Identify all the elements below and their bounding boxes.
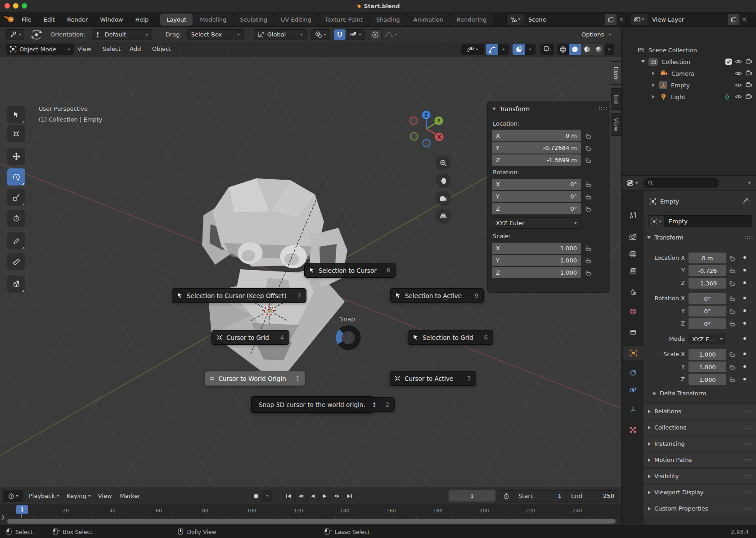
pie-item-selection-to-cursor[interactable]: Selection to Cursor 8: [304, 263, 396, 278]
animate-dot[interactable]: [743, 256, 746, 259]
jump-to-start-button[interactable]: [283, 490, 295, 502]
prop-location-y[interactable]: -0.726: [688, 265, 726, 276]
shading-solid-button[interactable]: [569, 44, 581, 55]
lock-icon[interactable]: [729, 351, 735, 357]
panel-grip-icon[interactable]: [598, 107, 607, 110]
tab-physics[interactable]: [623, 383, 643, 397]
timeline-menu-marker[interactable]: Marker: [120, 493, 140, 499]
tool-measure[interactable]: [7, 253, 25, 270]
animate-dot[interactable]: [743, 353, 746, 355]
timeline-menu-playback[interactable]: Playback: [29, 493, 59, 499]
shading-material-button[interactable]: [581, 44, 593, 55]
render-visibility-icon[interactable]: [745, 70, 752, 77]
object-visibility-dropdown[interactable]: [461, 44, 484, 55]
tab-collection[interactable]: [623, 325, 643, 339]
xray-toggle-button[interactable]: [540, 44, 554, 55]
panel-collections[interactable]: Collections: [644, 420, 756, 435]
overlays-dropdown[interactable]: [513, 44, 536, 55]
rotation-y-field[interactable]: Y0°: [492, 191, 581, 202]
prop-scale-y[interactable]: 1.000: [688, 362, 726, 372]
tab-world[interactable]: [623, 304, 643, 319]
render-visibility-icon[interactable]: [745, 58, 752, 65]
animate-dot[interactable]: [743, 309, 746, 312]
lock-icon[interactable]: [585, 194, 591, 200]
ortho-toggle-button[interactable]: [436, 208, 451, 224]
overlays-toggle-icon[interactable]: [513, 44, 525, 55]
menu-window[interactable]: Window: [99, 16, 124, 23]
render-visibility-icon[interactable]: [745, 81, 752, 89]
light-data-icon[interactable]: [725, 94, 732, 100]
panel-instancing[interactable]: Instancing: [644, 436, 756, 451]
hide-eye-icon[interactable]: [735, 93, 742, 100]
lock-icon[interactable]: [729, 321, 735, 327]
pie-item-selection-to-active[interactable]: Selection to Active 9: [390, 288, 484, 303]
tab-render[interactable]: [623, 230, 643, 244]
timeline-scrollbar[interactable]: [7, 519, 616, 524]
jump-to-end-button[interactable]: [343, 490, 356, 502]
tool-add-cube[interactable]: [7, 276, 25, 293]
prop-scale-x[interactable]: 1.000: [688, 349, 726, 360]
scale-z-field[interactable]: Z1.000: [492, 267, 581, 278]
timeline-ruler[interactable]: 20 40 60 80 100 120 140 160 180 200 220 …: [0, 504, 621, 518]
sidebar-tab-view[interactable]: View: [611, 113, 621, 136]
workspace-tab-sculpting[interactable]: Sculpting: [234, 14, 274, 26]
workspace-tab-layout[interactable]: Layout: [160, 14, 193, 26]
tab-view-layer[interactable]: [623, 264, 643, 278]
options-dropdown[interactable]: Options: [577, 29, 615, 40]
viewport-menu-view[interactable]: View: [77, 45, 91, 52]
location-x-field[interactable]: X0 m: [492, 130, 581, 141]
panel-custom-properties[interactable]: Custom Properties: [644, 501, 756, 516]
orientation-dropdown[interactable]: Default: [92, 29, 152, 40]
animate-dot[interactable]: [743, 281, 746, 284]
scene-datablock-icon[interactable]: [507, 14, 524, 25]
prop-scale-z[interactable]: 1.000: [688, 374, 726, 385]
animate-dot[interactable]: [743, 365, 746, 368]
maximize-window-button[interactable]: [22, 3, 27, 9]
play-reverse-button[interactable]: [307, 490, 319, 502]
proportional-editing-button[interactable]: [369, 29, 382, 40]
editor-divider-vertical[interactable]: [621, 27, 622, 525]
lock-icon[interactable]: [729, 280, 735, 286]
snap-to-dropdown[interactable]: [346, 29, 365, 40]
blender-logo-icon[interactable]: [4, 15, 15, 24]
hide-eye-icon[interactable]: [735, 81, 742, 89]
tab-output[interactable]: [623, 247, 643, 261]
tool-gizmo-icon[interactable]: [31, 30, 42, 40]
view-layer-remove-button[interactable]: ✕: [739, 14, 749, 25]
lock-icon[interactable]: [729, 308, 735, 314]
next-keyframe-button[interactable]: [331, 490, 343, 502]
view-layer-name[interactable]: View Layer: [648, 16, 728, 23]
properties-options-dropdown[interactable]: [748, 182, 751, 184]
minimize-window-button[interactable]: [13, 3, 18, 9]
pie-item-selection-to-cursor-keep-offset[interactable]: Selection to Cursor (Keep Offset) 7: [172, 288, 306, 303]
transform-collapse-icon[interactable]: [492, 108, 496, 110]
tool-select-box[interactable]: [7, 106, 25, 123]
auto-keying-button[interactable]: [250, 490, 262, 502]
scale-x-field[interactable]: X1.000: [492, 243, 581, 254]
hide-eye-icon[interactable]: [735, 70, 742, 77]
panel-motion-paths[interactable]: Motion Paths: [644, 452, 756, 467]
properties-editor-type-dropdown[interactable]: [627, 180, 638, 186]
timeline-expand-chevron[interactable]: ❯: [1, 514, 5, 520]
tool-scale[interactable]: [7, 189, 25, 206]
lock-icon[interactable]: [729, 255, 735, 261]
lock-icon[interactable]: [585, 206, 591, 212]
prop-rotation-mode-dropdown[interactable]: XYZ E...: [688, 334, 726, 344]
lock-icon[interactable]: [585, 258, 591, 264]
shading-wireframe-button[interactable]: [557, 44, 569, 55]
lock-icon[interactable]: [729, 376, 735, 383]
pie-item-cursor-to-active[interactable]: Cursor to Active 3: [390, 371, 476, 386]
panel-grip-icon[interactable]: [744, 236, 752, 240]
lock-icon[interactable]: [585, 245, 591, 252]
timeline-menu-keying[interactable]: Keying: [67, 493, 91, 499]
lock-icon[interactable]: [729, 364, 735, 370]
render-visibility-icon[interactable]: [745, 93, 752, 100]
tool-transform[interactable]: [7, 210, 25, 227]
scene-unlink-button[interactable]: ✕: [616, 14, 626, 25]
location-y-field[interactable]: Y-0.72684 m: [492, 142, 581, 154]
lock-icon[interactable]: [585, 133, 591, 139]
lock-icon[interactable]: [729, 295, 735, 302]
object-name-field[interactable]: Empty: [665, 215, 752, 227]
workspace-tab-texture-paint[interactable]: Texture Paint: [319, 14, 369, 26]
lock-icon[interactable]: [729, 267, 735, 274]
